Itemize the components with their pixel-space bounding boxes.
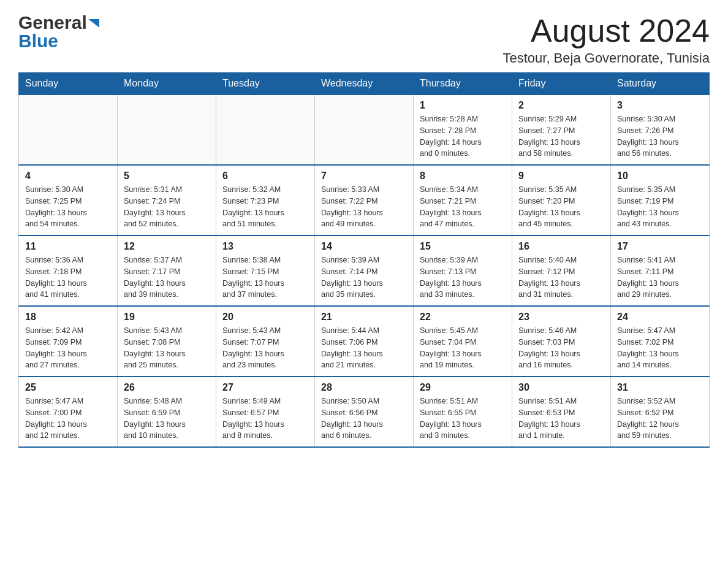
day-info: Sunrise: 5:40 AM Sunset: 7:12 PM Dayligh… xyxy=(518,255,604,301)
calendar-cell: 31Sunrise: 5:52 AM Sunset: 6:52 PM Dayli… xyxy=(611,377,710,447)
logo-triangle-icon xyxy=(88,17,102,30)
day-number: 19 xyxy=(124,312,210,323)
day-info: Sunrise: 5:30 AM Sunset: 7:25 PM Dayligh… xyxy=(25,184,111,230)
calendar-table: SundayMondayTuesdayWednesdayThursdayFrid… xyxy=(18,72,710,448)
calendar-week-row: 4Sunrise: 5:30 AM Sunset: 7:25 PM Daylig… xyxy=(19,165,710,236)
calendar-cell: 11Sunrise: 5:36 AM Sunset: 7:18 PM Dayli… xyxy=(19,236,118,306)
day-info: Sunrise: 5:34 AM Sunset: 7:21 PM Dayligh… xyxy=(420,184,506,230)
day-info: Sunrise: 5:48 AM Sunset: 6:59 PM Dayligh… xyxy=(124,396,210,442)
calendar-cell: 17Sunrise: 5:41 AM Sunset: 7:11 PM Dayli… xyxy=(611,236,710,306)
day-info: Sunrise: 5:39 AM Sunset: 7:13 PM Dayligh… xyxy=(420,255,506,301)
day-info: Sunrise: 5:28 AM Sunset: 7:28 PM Dayligh… xyxy=(420,113,506,159)
day-info: Sunrise: 5:36 AM Sunset: 7:18 PM Dayligh… xyxy=(25,255,111,301)
day-number: 15 xyxy=(420,241,506,252)
calendar-cell: 16Sunrise: 5:40 AM Sunset: 7:12 PM Dayli… xyxy=(512,236,611,306)
day-info: Sunrise: 5:39 AM Sunset: 7:14 PM Dayligh… xyxy=(321,255,407,301)
calendar-cell: 22Sunrise: 5:45 AM Sunset: 7:04 PM Dayli… xyxy=(414,306,512,377)
calendar-week-row: 1Sunrise: 5:28 AM Sunset: 7:28 PM Daylig… xyxy=(19,94,710,165)
calendar-cell: 19Sunrise: 5:43 AM Sunset: 7:08 PM Dayli… xyxy=(118,306,216,377)
calendar-cell: 2Sunrise: 5:29 AM Sunset: 7:27 PM Daylig… xyxy=(512,94,611,165)
calendar-cell: 10Sunrise: 5:35 AM Sunset: 7:19 PM Dayli… xyxy=(611,165,710,236)
day-number: 4 xyxy=(25,170,111,182)
day-info: Sunrise: 5:46 AM Sunset: 7:03 PM Dayligh… xyxy=(518,325,604,371)
day-info: Sunrise: 5:32 AM Sunset: 7:23 PM Dayligh… xyxy=(222,184,308,230)
day-number: 1 xyxy=(420,100,506,111)
calendar-header-monday: Monday xyxy=(118,73,216,95)
day-number: 26 xyxy=(124,382,210,393)
calendar-cell: 29Sunrise: 5:51 AM Sunset: 6:55 PM Dayli… xyxy=(414,377,512,447)
location-title: Testour, Beja Governorate, Tunisia xyxy=(502,50,710,66)
calendar-header-thursday: Thursday xyxy=(414,73,512,95)
day-info: Sunrise: 5:29 AM Sunset: 7:27 PM Dayligh… xyxy=(518,113,604,159)
day-info: Sunrise: 5:38 AM Sunset: 7:15 PM Dayligh… xyxy=(222,255,308,301)
day-number: 22 xyxy=(420,312,506,323)
calendar-cell: 20Sunrise: 5:43 AM Sunset: 7:07 PM Dayli… xyxy=(216,306,315,377)
day-info: Sunrise: 5:37 AM Sunset: 7:17 PM Dayligh… xyxy=(124,255,210,301)
page-header: General Blue August 2024 Testour, Beja G… xyxy=(18,12,710,66)
calendar-cell: 15Sunrise: 5:39 AM Sunset: 7:13 PM Dayli… xyxy=(414,236,512,306)
day-info: Sunrise: 5:52 AM Sunset: 6:52 PM Dayligh… xyxy=(617,396,703,442)
day-number: 5 xyxy=(124,170,210,182)
calendar-cell: 25Sunrise: 5:47 AM Sunset: 7:00 PM Dayli… xyxy=(19,377,118,447)
day-info: Sunrise: 5:42 AM Sunset: 7:09 PM Dayligh… xyxy=(25,325,111,371)
day-info: Sunrise: 5:31 AM Sunset: 7:24 PM Dayligh… xyxy=(124,184,210,230)
calendar-cell: 1Sunrise: 5:28 AM Sunset: 7:28 PM Daylig… xyxy=(414,94,512,165)
title-area: August 2024 Testour, Beja Governorate, T… xyxy=(502,12,710,66)
day-info: Sunrise: 5:50 AM Sunset: 6:56 PM Dayligh… xyxy=(321,396,407,442)
calendar-cell xyxy=(315,94,414,165)
calendar-cell: 3Sunrise: 5:30 AM Sunset: 7:26 PM Daylig… xyxy=(611,94,710,165)
day-info: Sunrise: 5:51 AM Sunset: 6:55 PM Dayligh… xyxy=(420,396,506,442)
calendar-cell: 4Sunrise: 5:30 AM Sunset: 7:25 PM Daylig… xyxy=(19,165,118,236)
calendar-cell: 13Sunrise: 5:38 AM Sunset: 7:15 PM Dayli… xyxy=(216,236,315,306)
svg-marker-0 xyxy=(88,19,99,28)
logo-blue-text: Blue xyxy=(18,31,58,51)
day-number: 29 xyxy=(420,382,506,393)
day-info: Sunrise: 5:47 AM Sunset: 7:02 PM Dayligh… xyxy=(617,325,703,371)
calendar-cell xyxy=(118,94,216,165)
calendar-cell: 8Sunrise: 5:34 AM Sunset: 7:21 PM Daylig… xyxy=(414,165,512,236)
day-number: 6 xyxy=(222,170,308,182)
calendar-cell: 24Sunrise: 5:47 AM Sunset: 7:02 PM Dayli… xyxy=(611,306,710,377)
calendar-cell: 7Sunrise: 5:33 AM Sunset: 7:22 PM Daylig… xyxy=(315,165,414,236)
day-number: 12 xyxy=(124,241,210,252)
day-info: Sunrise: 5:30 AM Sunset: 7:26 PM Dayligh… xyxy=(617,113,703,159)
day-number: 17 xyxy=(617,241,703,252)
day-number: 27 xyxy=(222,382,308,393)
day-number: 18 xyxy=(25,312,111,323)
day-info: Sunrise: 5:44 AM Sunset: 7:06 PM Dayligh… xyxy=(321,325,407,371)
day-number: 23 xyxy=(518,312,604,323)
calendar-header-friday: Friday xyxy=(512,73,611,95)
calendar-week-row: 25Sunrise: 5:47 AM Sunset: 7:00 PM Dayli… xyxy=(19,377,710,447)
calendar-week-row: 18Sunrise: 5:42 AM Sunset: 7:09 PM Dayli… xyxy=(19,306,710,377)
day-number: 21 xyxy=(321,312,407,323)
calendar-week-row: 11Sunrise: 5:36 AM Sunset: 7:18 PM Dayli… xyxy=(19,236,710,306)
day-info: Sunrise: 5:45 AM Sunset: 7:04 PM Dayligh… xyxy=(420,325,506,371)
day-info: Sunrise: 5:43 AM Sunset: 7:07 PM Dayligh… xyxy=(222,325,308,371)
calendar-cell: 18Sunrise: 5:42 AM Sunset: 7:09 PM Dayli… xyxy=(19,306,118,377)
calendar-header-row: SundayMondayTuesdayWednesdayThursdayFrid… xyxy=(19,73,710,95)
calendar-cell: 26Sunrise: 5:48 AM Sunset: 6:59 PM Dayli… xyxy=(118,377,216,447)
calendar-cell: 6Sunrise: 5:32 AM Sunset: 7:23 PM Daylig… xyxy=(216,165,315,236)
day-number: 10 xyxy=(617,170,703,182)
day-info: Sunrise: 5:47 AM Sunset: 7:00 PM Dayligh… xyxy=(25,396,111,442)
day-info: Sunrise: 5:33 AM Sunset: 7:22 PM Dayligh… xyxy=(321,184,407,230)
day-number: 11 xyxy=(25,241,111,252)
calendar-cell: 30Sunrise: 5:51 AM Sunset: 6:53 PM Dayli… xyxy=(512,377,611,447)
calendar-header-sunday: Sunday xyxy=(19,73,118,95)
day-number: 14 xyxy=(321,241,407,252)
calendar-cell: 5Sunrise: 5:31 AM Sunset: 7:24 PM Daylig… xyxy=(118,165,216,236)
day-info: Sunrise: 5:35 AM Sunset: 7:19 PM Dayligh… xyxy=(617,184,703,230)
day-number: 8 xyxy=(420,170,506,182)
day-number: 31 xyxy=(617,382,703,393)
month-title: August 2024 xyxy=(502,12,710,49)
day-number: 20 xyxy=(222,312,308,323)
calendar-cell: 9Sunrise: 5:35 AM Sunset: 7:20 PM Daylig… xyxy=(512,165,611,236)
calendar-cell xyxy=(19,94,118,165)
logo: General Blue xyxy=(18,12,102,52)
logo-general-text: General xyxy=(18,12,87,33)
calendar-cell: 14Sunrise: 5:39 AM Sunset: 7:14 PM Dayli… xyxy=(315,236,414,306)
day-info: Sunrise: 5:35 AM Sunset: 7:20 PM Dayligh… xyxy=(518,184,604,230)
day-info: Sunrise: 5:49 AM Sunset: 6:57 PM Dayligh… xyxy=(222,396,308,442)
day-number: 7 xyxy=(321,170,407,182)
calendar-cell xyxy=(216,94,315,165)
